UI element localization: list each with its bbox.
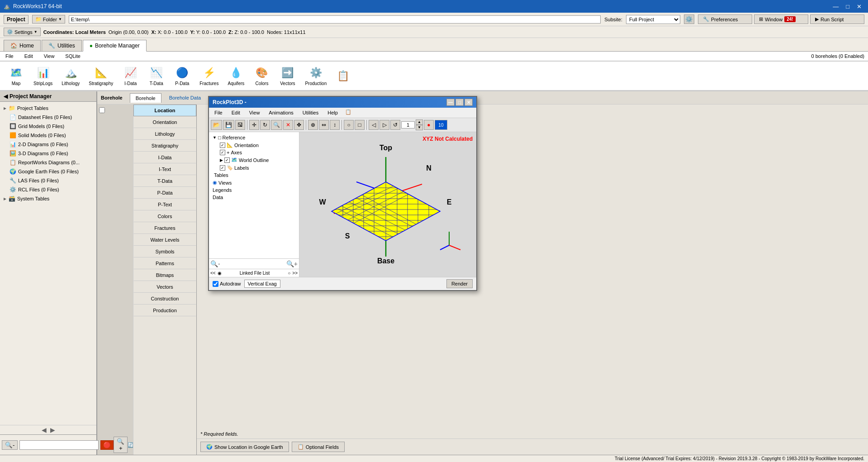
rp-check-orientation[interactable]: ✓ [220, 143, 225, 148]
render-btn[interactable]: Render [446, 279, 473, 288]
toolbar-tdata[interactable]: 📉 T-Data [144, 63, 169, 88]
borehole-tab-data[interactable]: Borehole Data [163, 93, 207, 103]
rp-tool-nav3[interactable]: ↺ [390, 120, 400, 130]
rp-tree-world-outline[interactable]: ▶ ✓ 🗺️ World Outline [211, 156, 297, 164]
rp-tool-move[interactable]: ✥ [294, 120, 304, 130]
subsite-btn[interactable]: ⚙️ [684, 14, 694, 24]
rp-tool-disk[interactable]: 🖫 [235, 120, 245, 130]
rp-menu-utilities[interactable]: Utilities [301, 109, 320, 116]
menu-edit[interactable]: Edit [23, 52, 35, 60]
tab-borehole-manager[interactable]: ● Borehole Manager [83, 40, 147, 52]
sidebar-item-google-earth[interactable]: 🌍 Google Earth Files (0 Files) [2, 167, 95, 176]
rp-tool-blue-num[interactable]: 10 [435, 120, 447, 130]
rp-zoom-out-btn[interactable]: 🔍- [210, 260, 220, 267]
rp-tree-axes[interactable]: ✓ + Axes [211, 149, 297, 156]
run-script-btn[interactable]: ▶ Run Script [810, 14, 864, 24]
folder-btn[interactable]: 📁 Folder ▼ [32, 15, 65, 24]
bh-tab-ptext[interactable]: P-Text [133, 199, 196, 210]
bh-tab-lithology[interactable]: Lithology [133, 128, 196, 140]
bh-tab-stratigraphy[interactable]: Stratigraphy [133, 140, 196, 152]
toolbar-fractures[interactable]: ⚡ Fractures [195, 63, 223, 88]
rp-check-axes[interactable]: ✓ [220, 150, 225, 155]
toolbar-colors[interactable]: 🎨 Colors [249, 63, 274, 88]
rp-tree-views[interactable]: ◉ Views [211, 179, 297, 186]
rp-tool-oval[interactable]: ○ [344, 120, 354, 130]
rp-menu-animations[interactable]: Animations [267, 109, 295, 116]
bh-tab-fractures[interactable]: Fractures [133, 222, 196, 234]
scroll-left-btn[interactable]: ◀ [42, 426, 47, 433]
bh-tab-vectors[interactable]: Vectors [133, 281, 196, 293]
autodraw-checkbox[interactable]: Autodraw [213, 281, 241, 287]
rp-tool-zoom[interactable]: 🔍 [271, 120, 282, 130]
rp-tool-square[interactable]: □ [355, 120, 365, 130]
rp-tool-pan[interactable]: ↕ [330, 120, 340, 130]
rp-tool-rotate[interactable]: ↻ [260, 120, 270, 130]
bh-tab-pdata[interactable]: P-Data [133, 187, 196, 199]
toolbar-map[interactable]: 🗺️ Map [4, 63, 28, 88]
rp-tree-reference[interactable]: ▼ □ Reference [211, 134, 297, 141]
settings-btn[interactable]: ⚙️ Settings ▼ [4, 28, 41, 36]
maximize-btn[interactable]: □ [843, 2, 852, 11]
rp-tree-tables[interactable]: Tables [211, 171, 297, 179]
rp-menu-view[interactable]: View [247, 109, 262, 116]
subsite-select[interactable]: Full Project [626, 15, 680, 24]
toolbar-vectors[interactable]: ➡️ Vectors [275, 63, 300, 88]
menu-view[interactable]: View [42, 52, 57, 60]
toolbar-lithology[interactable]: 🏔️ Lithology [57, 63, 84, 88]
rp-tool-nav1[interactable]: ◁ [369, 120, 379, 130]
borehole-check-input[interactable] [99, 107, 105, 113]
rp-tree-labels[interactable]: ✓ 🏷️ Labels [211, 164, 297, 171]
rp-tool-crosshair[interactable]: ✛ [249, 120, 259, 130]
bh-tab-water-levels[interactable]: Water Levels [133, 234, 196, 246]
menu-sqlite[interactable]: SQLite [63, 52, 82, 60]
close-btn[interactable]: ✕ [854, 2, 864, 11]
rp-menu-help[interactable]: Help [326, 109, 340, 116]
autodraw-check-input[interactable] [213, 281, 218, 287]
sidebar-item-datasheet[interactable]: 📄 Datasheet Files (0 Files) [2, 113, 95, 122]
menu-file[interactable]: File [4, 52, 15, 60]
toolbar-aquifers[interactable]: 💧 Aquifers [223, 63, 248, 88]
bh-tab-tdata[interactable]: T-Data [133, 175, 196, 187]
rp-nav-radio[interactable]: ◉ [218, 271, 222, 276]
toolbar-production[interactable]: ⚙️ Production [301, 63, 331, 88]
rp-spin-input[interactable] [401, 121, 415, 129]
rp-tool-arrows[interactable]: ⇔ [319, 120, 329, 130]
bh-tab-production[interactable]: Production [133, 305, 196, 316]
vert-exag-input[interactable] [244, 280, 280, 288]
toolbar-striplogs[interactable]: 📊 StripLogs [29, 63, 57, 88]
scroll-right-btn[interactable]: ▶ [50, 426, 55, 433]
rp-tree-legends[interactable]: Legends [211, 186, 297, 194]
toolbar-stratigraphy[interactable]: 📐 Stratigraphy [85, 63, 117, 88]
borehole-checkbox[interactable] [99, 107, 131, 113]
bh-tab-itext[interactable]: I-Text [133, 163, 196, 175]
preferences-btn[interactable]: 🔧 Preferences [698, 14, 752, 24]
sidebar-item-3d-diagrams[interactable]: 🖼️ 3-D Diagrams (0 Files) [2, 149, 95, 158]
rp-tree-data[interactable]: Data [211, 194, 297, 201]
rp-tool-save[interactable]: 💾 [223, 120, 234, 130]
rp-tool-open[interactable]: 📂 [211, 120, 222, 130]
rp-zoom-in-btn[interactable]: 🔍+ [286, 260, 298, 267]
sidebar-item-system-tables[interactable]: ▶ 🗃️ System Tables [2, 194, 95, 203]
rp-tree-orientation[interactable]: ✓ 📐 Orientation [211, 141, 297, 149]
bh-tab-idata[interactable]: I-Data [133, 152, 196, 163]
sidebar-item-las[interactable]: 🔧 LAS Files (0 Files) [2, 176, 95, 185]
borehole-tab-borehole[interactable]: Borehole [130, 93, 161, 103]
rp-minimize-btn[interactable]: — [446, 99, 455, 106]
folder-path-input[interactable] [69, 15, 601, 24]
optional-fields-btn[interactable]: 📋 Optional Fields [292, 442, 345, 452]
sidebar-item-rcl[interactable]: ⚙️ RCL Files (0 Files) [2, 185, 95, 194]
minimize-btn[interactable]: — [830, 2, 841, 11]
rp-tool-red-x[interactable]: ✕ [283, 120, 293, 130]
toolbar-pdata[interactable]: 🔵 P-Data [170, 63, 194, 88]
google-earth-btn[interactable]: 🌍 Show Location in Google Earth [200, 442, 289, 452]
bh-tab-location[interactable]: Location [133, 105, 196, 116]
bh-tab-orientation[interactable]: Orientation [133, 116, 196, 128]
rp-spin-down[interactable]: ▼ [416, 125, 423, 130]
tab-home[interactable]: 🏠 Home [4, 40, 41, 51]
rp-spin-up[interactable]: ▲ [416, 119, 423, 125]
sidebar-item-grid-models[interactable]: 🔲 Grid Models (0 Files) [2, 122, 95, 131]
bh-tab-colors[interactable]: Colors [133, 210, 196, 222]
rp-check-world[interactable]: ✓ [224, 157, 230, 163]
rp-menu-edit[interactable]: Edit [230, 109, 242, 116]
rp-titlebar[interactable]: RockPlot3D - — □ ✕ [209, 97, 476, 108]
